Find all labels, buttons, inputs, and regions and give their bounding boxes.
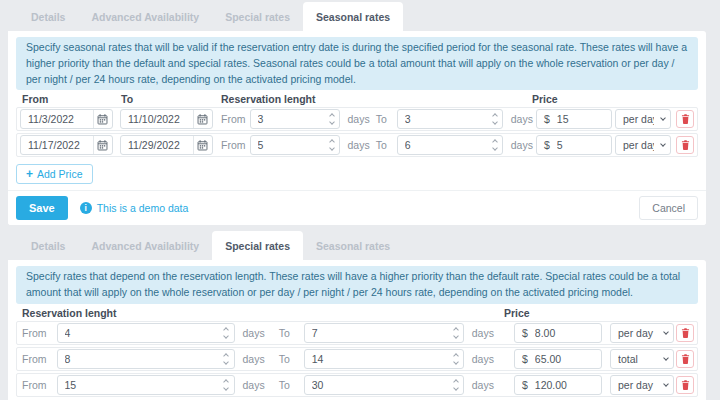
length-from-label: From [22,379,47,391]
add-price-button[interactable]: + Add Price [16,164,93,184]
number-stepper[interactable] [488,136,502,154]
number-stepper[interactable] [448,324,462,342]
stepper-up-icon[interactable] [223,327,229,333]
stepper-down-icon[interactable] [453,333,459,339]
length-to-input[interactable] [398,110,488,128]
tab-details[interactable]: Details [18,231,78,260]
calendar-icon[interactable] [93,110,112,128]
price-unit-select[interactable]: total [610,349,674,369]
date-to-input[interactable] [121,110,193,128]
save-button[interactable]: Save [16,196,68,220]
tab-seasonal-rates[interactable]: Seasonal rates [303,2,403,31]
delete-row-button[interactable] [676,324,694,342]
length-to-input[interactable] [305,324,449,342]
number-stepper[interactable] [325,110,338,128]
tab-special-rates[interactable]: Special rates [212,231,303,260]
calendar-icon[interactable] [93,136,112,154]
tab-details[interactable]: Details [18,2,78,31]
tab-advanced-availability[interactable]: Advanced Availability [78,231,212,260]
days-label: days [472,353,494,365]
demo-data-note: i This is a demo data [80,202,189,214]
tab-seasonal-rates[interactable]: Seasonal rates [303,231,403,260]
price-field: $ [514,323,602,343]
number-stepper[interactable] [448,376,462,394]
col-to: To [121,93,133,105]
currency-label: $ [537,139,550,151]
days-label: days [348,113,370,125]
cancel-button[interactable]: Cancel [639,196,698,220]
number-stepper[interactable] [219,324,234,342]
length-from-field [57,349,235,369]
currency-label: $ [537,113,550,125]
table-header: Reservation lenght Price [16,307,698,319]
demo-data-label: This is a demo data [97,202,189,214]
date-from-field [20,135,113,155]
stepper-down-icon[interactable] [492,119,498,125]
number-stepper[interactable] [219,376,234,394]
date-to-input[interactable] [121,136,193,154]
price-input[interactable] [550,136,611,154]
delete-row-button[interactable] [676,136,694,154]
table-header: From To Reservation lenght Price [16,93,698,105]
price-unit-select[interactable]: per day [615,135,671,155]
calendar-icon[interactable] [193,110,212,128]
length-to-field [304,323,464,343]
tab-bar: Details Advanced Availability Special ra… [8,2,706,31]
length-from-field [250,135,340,155]
stepper-down-icon[interactable] [223,385,229,391]
date-to-field [120,109,213,129]
stepper-up-icon[interactable] [223,379,229,385]
days-label: days [348,139,370,151]
days-label: days [472,327,494,339]
price-unit-select-wrap: per day [610,375,674,395]
length-to-field [304,349,464,369]
stepper-down-icon[interactable] [223,359,229,365]
length-to-input[interactable] [305,350,449,368]
tab-advanced-availability[interactable]: Advanced Availability [78,2,212,31]
length-to-field [397,109,503,129]
number-stepper[interactable] [325,136,338,154]
delete-row-button[interactable] [676,350,694,368]
price-input[interactable] [528,324,601,342]
length-from-input[interactable] [58,350,219,368]
price-input[interactable] [528,376,601,394]
length-from-input[interactable] [58,376,219,394]
stepper-down-icon[interactable] [223,333,229,339]
length-to-input[interactable] [305,376,449,394]
stepper-down-icon[interactable] [453,359,459,365]
seasonal-rates-panel: Details Advanced Availability Special ra… [8,2,706,225]
price-input[interactable] [528,350,601,368]
number-stepper[interactable] [448,350,462,368]
number-stepper[interactable] [488,110,502,128]
tab-special-rates[interactable]: Special rates [212,2,303,31]
add-price-label: Add Price [37,168,83,180]
tab-bar: Details Advanced Availability Special ra… [8,231,706,260]
stepper-up-icon[interactable] [223,353,229,359]
length-to-input[interactable] [398,136,488,154]
stepper-down-icon[interactable] [329,119,335,125]
price-unit-select[interactable]: per day [615,109,671,129]
col-price: Price [532,93,558,105]
stepper-down-icon[interactable] [329,145,335,151]
stepper-down-icon[interactable] [453,385,459,391]
number-stepper[interactable] [219,350,234,368]
stepper-down-icon[interactable] [492,145,498,151]
date-from-input[interactable] [21,136,93,154]
date-from-input[interactable] [21,110,93,128]
length-from-input[interactable] [251,136,326,154]
length-from-input[interactable] [251,110,326,128]
length-from-field [57,375,235,395]
calendar-icon[interactable] [193,136,212,154]
price-input[interactable] [550,110,611,128]
special-rate-row: From days To days $ [16,347,698,371]
date-to-field [120,135,213,155]
length-from-input[interactable] [58,324,219,342]
price-field: $ [536,109,612,129]
delete-row-button[interactable] [676,376,694,394]
price-field: $ [536,135,612,155]
price-unit-select[interactable]: per day [610,323,674,343]
days-label: days [243,379,265,391]
delete-row-button[interactable] [676,110,694,128]
special-rates-card: Specify rates that depend on the reserva… [8,260,706,400]
price-unit-select[interactable]: per day [610,375,674,395]
